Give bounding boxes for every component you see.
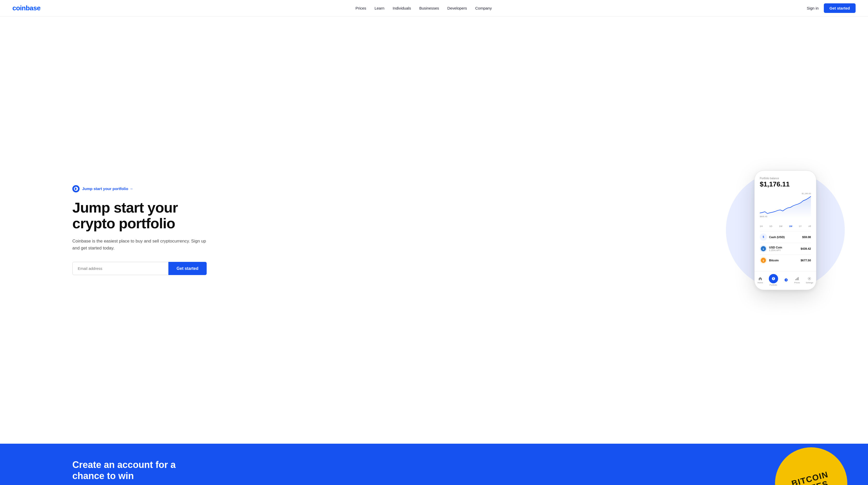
- usdc-svg: $: [761, 246, 766, 251]
- filter-1m[interactable]: 1M: [789, 225, 792, 228]
- logo[interactable]: coinbase: [12, 4, 40, 12]
- asset-row-usdc: $ USD Coin 1.25% APY $439.42: [760, 243, 811, 254]
- bitcoin-tag-icon: [72, 185, 80, 192]
- phone-nav-portfolio[interactable]: Portfolio: [769, 274, 778, 286]
- hero-section: Jump start your portfolio → Jump start y…: [0, 17, 868, 444]
- chart-high-label: $1,180.33: [802, 192, 811, 195]
- phone-nav-settings[interactable]: Settings: [806, 276, 813, 284]
- home-icon: [758, 277, 762, 281]
- promo-coin: BITCOINPRIZES: [775, 447, 847, 485]
- hero-title: Jump start your crypto portfolio: [72, 200, 207, 231]
- nav-actions: Sign in Get started: [807, 3, 856, 13]
- coin-text: BITCOINPRIZES: [791, 470, 832, 485]
- filter-1h[interactable]: 1H: [760, 225, 763, 228]
- svg-rect-6: [797, 279, 797, 280]
- cash-name: Cash (USD): [769, 235, 785, 238]
- asset-row-cash: $ Cash (USD) $59.08: [760, 231, 811, 243]
- hero-tag[interactable]: Jump start your portfolio →: [72, 185, 207, 192]
- btc-name: Bitcoin: [769, 259, 779, 262]
- portfolio-chart: [760, 192, 811, 221]
- nav-individuals[interactable]: Individuals: [393, 6, 411, 10]
- hero-tag-text: Jump start your portfolio →: [82, 187, 133, 191]
- usdc-icon: $: [760, 245, 767, 252]
- svg-point-9: [809, 278, 810, 279]
- phone-nav-prices-label: Prices: [794, 282, 800, 284]
- cash-icon: $: [760, 233, 767, 241]
- promo-text: Create an account for a chance to win Si…: [72, 459, 207, 485]
- svg-rect-8: [798, 277, 799, 280]
- nav-company[interactable]: Company: [475, 6, 492, 10]
- prices-icon: [795, 277, 799, 281]
- nav-learn[interactable]: Learn: [375, 6, 384, 10]
- chart-area: $1,180.33 $805.45: [760, 192, 811, 221]
- phone-nav-prices[interactable]: Prices: [794, 276, 800, 284]
- cash-value: $59.08: [802, 235, 811, 238]
- phone-mockup: Portfolio balance $1,176.11 $1,180.33: [754, 170, 816, 290]
- phone-nav-portfolio-label: Portfolio: [770, 284, 777, 286]
- svg-rect-7: [797, 278, 798, 280]
- navbar: coinbase Prices Learn Individuals Busine…: [0, 0, 868, 17]
- filter-1y[interactable]: 1Y: [799, 225, 802, 228]
- bitcoin-icon: [74, 187, 78, 191]
- hero-right: Portfolio balance $1,176.11 $1,180.33: [754, 170, 816, 290]
- chart-fill: [760, 196, 811, 218]
- email-input[interactable]: [72, 262, 168, 275]
- portfolio-icon: [771, 277, 776, 281]
- svg-rect-5: [796, 279, 796, 280]
- chart-low-label: $805.45: [760, 215, 767, 218]
- nav-developers[interactable]: Developers: [447, 6, 467, 10]
- phone-nav-settings-label: Settings: [806, 282, 813, 284]
- nav-links: Prices Learn Individuals Businesses Deve…: [355, 6, 492, 10]
- phone-nav-home-label: Home: [757, 282, 763, 284]
- hero-cta-button[interactable]: Get started: [168, 262, 207, 275]
- promo-banner: Create an account for a chance to win Si…: [0, 444, 868, 485]
- svg-text:$: $: [763, 248, 764, 250]
- asset-row-btc: ₿ Bitcoin $677.50: [760, 254, 811, 266]
- portfolio-balance: $1,176.11: [760, 180, 811, 188]
- btc-value: $677.50: [801, 259, 811, 262]
- usdc-name: USD Coin: [769, 246, 782, 249]
- filter-1w[interactable]: 1W: [779, 225, 782, 228]
- phone-content: Portfolio balance $1,176.11 $1,180.33: [754, 171, 816, 270]
- hero-left: Jump start your portfolio → Jump start y…: [72, 185, 207, 275]
- nav-get-started-button[interactable]: Get started: [824, 3, 856, 13]
- time-filters: 1H 1D 1W 1M 1Y All: [760, 225, 811, 228]
- btc-svg: ₿: [761, 258, 766, 263]
- usdc-value: $439.42: [801, 247, 811, 250]
- promo-title: Create an account for a chance to win: [72, 459, 196, 481]
- nav-prices[interactable]: Prices: [355, 6, 366, 10]
- filter-1d[interactable]: 1D: [769, 225, 772, 228]
- send-icon: [784, 278, 788, 282]
- phone-nav: Home Portfolio: [754, 271, 816, 290]
- balance-label: Portfolio balance: [760, 177, 811, 180]
- btc-icon: ₿: [760, 257, 767, 264]
- settings-icon: [808, 277, 811, 281]
- filter-all[interactable]: All: [808, 225, 811, 228]
- usdc-apy: 1.25% APY: [769, 249, 782, 252]
- hero-subtitle: Coinbase is the easiest place to buy and…: [72, 237, 207, 252]
- nav-businesses[interactable]: Businesses: [419, 6, 439, 10]
- phone-nav-home[interactable]: Home: [757, 276, 763, 284]
- sign-in-link[interactable]: Sign in: [807, 6, 819, 10]
- phone-nav-send[interactable]: [784, 278, 788, 282]
- hero-form: Get started: [72, 262, 207, 275]
